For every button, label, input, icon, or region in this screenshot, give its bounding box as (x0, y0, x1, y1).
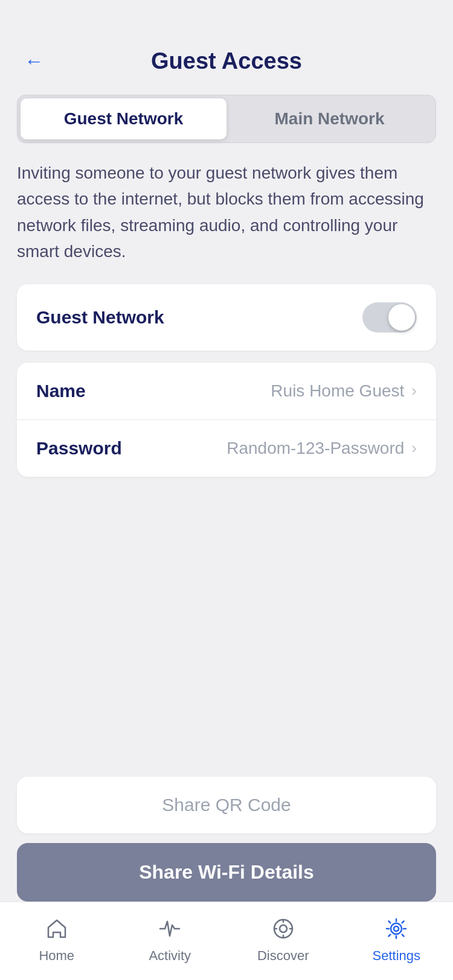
nav-label-settings: Settings (373, 948, 421, 964)
nav-label-activity: Activity (149, 948, 191, 964)
svg-point-1 (280, 925, 287, 932)
password-row[interactable]: Password Random-123-Password › (17, 419, 436, 477)
guest-network-toggle-card: Guest Network (17, 284, 436, 351)
toggle-knob (388, 304, 415, 331)
tab-main-network[interactable]: Main Network (226, 98, 432, 139)
bottom-section: Share QR Code Share Wi-Fi Details (0, 777, 453, 902)
name-label: Name (36, 381, 86, 401)
nav-label-discover: Discover (257, 948, 309, 964)
settings-icon (381, 913, 412, 944)
guest-description: Inviting someone to your guest network g… (17, 160, 436, 265)
toggle-row: Guest Network (17, 284, 436, 351)
page-title: Guest Access (151, 48, 302, 74)
svg-point-7 (391, 923, 402, 934)
password-chevron-icon: › (411, 439, 417, 457)
back-button[interactable]: ← (24, 50, 43, 72)
password-text: Random-123-Password (226, 439, 404, 458)
nav-item-discover[interactable]: Discover (226, 913, 340, 964)
password-label: Password (36, 438, 122, 459)
name-chevron-icon: › (411, 381, 417, 400)
nav-item-home[interactable]: Home (0, 913, 114, 964)
svg-point-6 (394, 926, 399, 931)
tab-switcher: Guest Network Main Network (17, 95, 436, 143)
network-settings-card: Name Ruis Home Guest › Password Random-1… (17, 363, 436, 477)
share-wifi-button[interactable]: Share Wi-Fi Details (17, 843, 436, 902)
name-row[interactable]: Name Ruis Home Guest › (17, 363, 436, 419)
activity-icon (154, 913, 185, 944)
share-qr-button[interactable]: Share QR Code (17, 777, 436, 833)
nav-label-home: Home (39, 948, 74, 964)
nav-item-activity[interactable]: Activity (114, 913, 227, 964)
guest-network-toggle[interactable] (362, 302, 417, 332)
header: ← Guest Access (0, 0, 453, 89)
password-value: Random-123-Password › (226, 439, 417, 458)
home-icon (41, 913, 72, 944)
discover-icon (268, 913, 299, 944)
back-arrow-icon: ← (24, 50, 43, 72)
toggle-label: Guest Network (36, 307, 164, 328)
tab-guest-network[interactable]: Guest Network (21, 98, 226, 139)
nav-item-settings[interactable]: Settings (340, 913, 454, 964)
name-value: Ruis Home Guest › (271, 381, 417, 401)
name-text: Ruis Home Guest (271, 381, 404, 401)
bottom-nav: Home Activity Discover (0, 902, 453, 980)
